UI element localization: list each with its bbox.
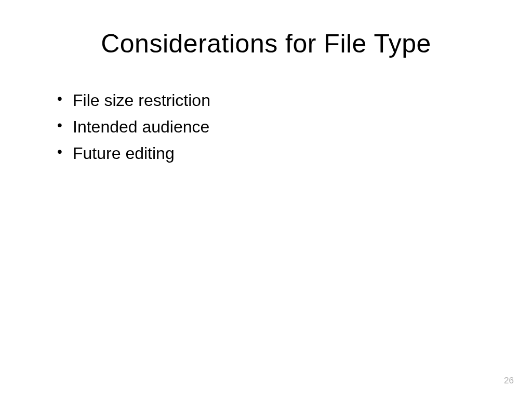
page-number: 26 [504, 376, 514, 386]
list-item: File size restriction [55, 87, 485, 114]
bullet-list: File size restriction Intended audience … [47, 87, 485, 167]
list-item: Future editing [55, 140, 485, 167]
slide-title: Considerations for File Type [47, 29, 485, 59]
list-item: Intended audience [55, 114, 485, 140]
slide-container: Considerations for File Type File size r… [0, 0, 532, 399]
